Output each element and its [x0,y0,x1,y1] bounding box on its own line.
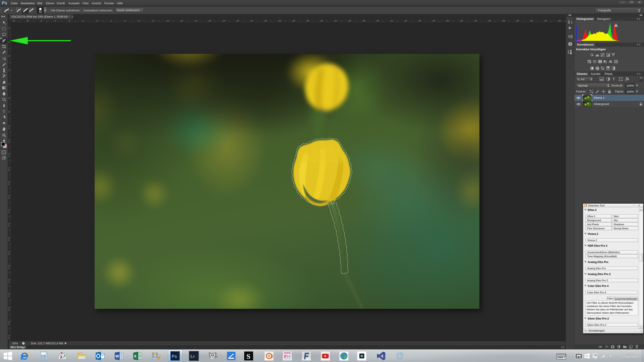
svg-text:10: 10 [27,20,29,22]
svg-text:4: 4 [8,335,10,337]
svg-text:4: 4 [125,20,126,22]
svg-text:Ps: Ps [172,354,177,359]
svg-text:22: 22 [251,20,253,22]
svg-text:50: 50 [447,20,449,22]
svg-text:4: 4 [8,83,10,85]
svg-text:1: 1 [8,139,10,141]
svg-text:14: 14 [195,20,197,22]
svg-text:8: 8 [8,323,10,325]
svg-text:0: 0 [8,337,10,339]
svg-text:2: 2 [8,281,10,283]
svg-text:2: 2 [8,251,10,253]
svg-text:X: X [134,354,137,359]
svg-text:0: 0 [46,353,46,355]
svg-text:6: 6 [8,97,10,99]
svg-text:30: 30 [307,20,309,22]
svg-text:8: 8 [8,183,10,185]
svg-text:64: 64 [545,20,547,22]
svg-text:2: 2 [8,69,10,71]
svg-text:1: 1 [8,125,10,127]
svg-text:34: 34 [335,20,337,22]
svg-text:38: 38 [363,20,365,22]
svg-text:4: 4 [8,225,10,227]
svg-text:4: 4 [69,20,70,22]
svg-text:H: H [287,354,290,359]
svg-text:λ: λ [60,355,62,359]
svg-text:T: T [3,109,5,113]
svg-text:54: 54 [475,20,477,22]
svg-text:16: 16 [209,20,211,22]
svg-text:18: 18 [223,20,225,22]
svg-text:26: 26 [279,20,281,22]
svg-text:6: 6 [8,169,10,171]
svg-text:58: 58 [503,20,505,22]
svg-text:2: 2 [8,209,10,211]
svg-text:32: 32 [321,20,323,22]
svg-text:44: 44 [405,20,407,22]
svg-text:8: 8 [8,253,10,255]
svg-text:10: 10 [167,20,169,22]
svg-text:2: 2 [8,211,10,213]
svg-text:6: 6 [8,309,10,311]
svg-text:2: 2 [111,20,112,22]
svg-text:66: 66 [559,20,561,22]
svg-text:4: 4 [8,155,10,157]
svg-text:62: 62 [531,20,533,22]
svg-text:1: 1 [8,181,10,183]
svg-text:!: ! [616,24,616,27]
svg-text:W: W [116,354,119,359]
svg-text:52: 52 [461,20,463,22]
svg-text:48: 48 [433,20,435,22]
svg-text:3: 3 [8,279,10,281]
svg-text:60: 60 [517,20,519,22]
svg-text:0: 0 [97,20,98,22]
svg-text:2: 2 [8,195,10,197]
svg-text:36: 36 [349,20,351,22]
svg-text:F: F [284,354,287,359]
svg-text:42: 42 [391,20,393,22]
svg-text:0: 0 [8,127,10,129]
svg-text:40: 40 [377,20,379,22]
svg-text:24: 24 [265,20,267,22]
svg-text:6: 6 [55,20,56,22]
svg-text:3: 3 [8,293,10,295]
svg-text:2: 2 [8,223,10,225]
svg-text:Lr: Lr [190,354,195,359]
svg-text:2: 2 [8,237,10,239]
svg-text:0: 0 [8,55,10,57]
svg-text:28: 28 [293,20,295,22]
svg-text:12: 12 [13,20,15,22]
svg-text:56: 56 [489,20,491,22]
svg-text:0: 0 [8,267,10,269]
svg-text:46: 46 [419,20,421,22]
svg-text:2: 2 [8,141,10,143]
svg-text:6: 6 [139,20,140,22]
svg-text:8: 8 [41,20,42,22]
svg-text:S: S [246,353,250,361]
svg-text:3: 3 [8,307,10,309]
svg-text:8: 8 [153,20,154,22]
svg-text:2: 2 [83,20,84,22]
svg-text:1: 1 [8,167,10,169]
svg-text:3: 3 [8,321,10,323]
svg-text:0: 0 [8,197,10,199]
svg-text:4: 4 [8,295,10,297]
svg-text:12: 12 [181,20,183,22]
svg-text:20: 20 [237,20,239,22]
svg-text:4: 4 [8,27,10,29]
svg-text:8: 8 [8,111,10,113]
svg-text:6: 6 [8,239,10,241]
svg-text:1: 1 [8,153,10,155]
svg-text:3: 3 [8,265,10,267]
